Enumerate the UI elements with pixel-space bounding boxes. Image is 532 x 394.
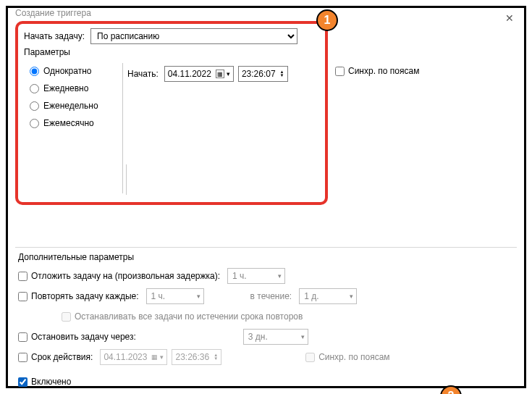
expire-sync-checkbox: Синхр. по поясам bbox=[305, 352, 389, 362]
repeat-combo: 1 ч.▾ bbox=[146, 288, 204, 304]
stop-after-combo: 3 дн.▾ bbox=[243, 329, 308, 345]
advanced-label: Дополнительные параметры bbox=[18, 252, 514, 262]
expire-time-input: 23:26:36 ▲▼ bbox=[172, 349, 221, 365]
stop-after-checkbox[interactable]: Остановить задачу через: bbox=[18, 332, 136, 342]
delay-checkbox[interactable]: Отложить задачу на (произвольная задержк… bbox=[18, 271, 220, 281]
radio-once[interactable] bbox=[30, 67, 39, 76]
chevron-down-icon: ▾ bbox=[301, 333, 305, 340]
chevron-down-icon: ▾ bbox=[160, 353, 164, 361]
begin-task-label: Начать задачу: bbox=[24, 31, 85, 41]
start-date-input[interactable]: 04.11.2022 ▦ ▾ bbox=[164, 66, 234, 82]
start-label: Начать: bbox=[127, 69, 159, 79]
radio-monthly-label: Ежемесячно bbox=[43, 118, 94, 128]
dialog-create-trigger: Создание триггера ✕ 1 Начать задачу: По … bbox=[6, 6, 526, 388]
time-spinner[interactable]: ▲▼ bbox=[280, 70, 284, 77]
start-time-input[interactable]: 23:26:07 ▲▼ bbox=[238, 66, 288, 82]
radio-weekly[interactable] bbox=[30, 101, 39, 111]
duration-combo: 1 д.▾ bbox=[299, 288, 357, 304]
schedule-radio-group: Однократно Ежедневно Еженедельно Ежемеся… bbox=[24, 60, 122, 196]
radio-weekly-label: Еженедельно bbox=[43, 101, 98, 111]
chevron-down-icon: ▾ bbox=[278, 272, 282, 280]
begin-task-select[interactable]: По расписанию bbox=[90, 28, 297, 44]
vertical-divider-ext bbox=[126, 164, 127, 195]
time-spinner: ▲▼ bbox=[214, 353, 218, 361]
highlight-region-1: 1 Начать задачу: По расписанию Параметры… bbox=[15, 21, 328, 205]
calendar-icon: ▦ bbox=[216, 70, 224, 78]
radio-monthly[interactable] bbox=[30, 119, 39, 128]
titlebar: Создание триггера ✕ bbox=[8, 8, 524, 18]
duration-label: в течение: bbox=[250, 291, 292, 301]
sync-timezones-checkbox[interactable]: Синхр. по поясам bbox=[335, 66, 419, 76]
expire-date-input: 04.11.2023 ▦ ▾ bbox=[100, 349, 167, 365]
chevron-down-icon: ▾ bbox=[350, 293, 353, 300]
stop-all-checkbox: Останавливать все задачи по истечении ср… bbox=[62, 311, 303, 322]
repeat-checkbox[interactable]: Повторять задачу каждые: bbox=[18, 291, 139, 301]
radio-daily[interactable] bbox=[30, 84, 39, 93]
expire-checkbox[interactable]: Срок действия: bbox=[18, 352, 93, 362]
radio-once-label: Однократно bbox=[43, 66, 92, 76]
window-title: Создание триггера bbox=[15, 8, 91, 18]
advanced-section: Дополнительные параметры Отложить задачу… bbox=[15, 252, 517, 390]
chevron-down-icon: ▾ bbox=[227, 70, 230, 77]
radio-daily-label: Ежедневно bbox=[43, 83, 88, 93]
enabled-checkbox[interactable]: Включено bbox=[18, 377, 71, 387]
annotation-badge-1: 1 bbox=[316, 9, 338, 31]
parameters-label: Параметры bbox=[24, 47, 319, 57]
delay-combo: 1 ч.▾ bbox=[227, 268, 285, 284]
chevron-down-icon: ▾ bbox=[197, 293, 200, 300]
calendar-icon: ▦ bbox=[151, 353, 158, 361]
